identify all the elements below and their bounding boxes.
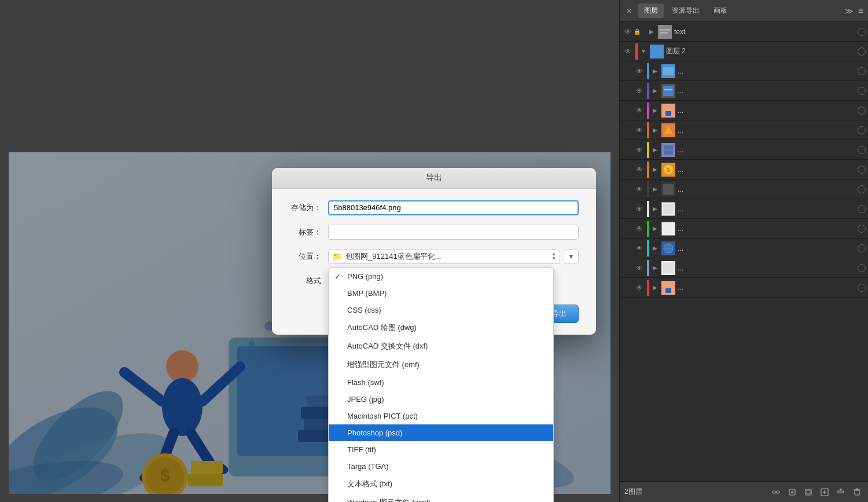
layer-item-sub7[interactable]: 👁 ▶ ... xyxy=(620,179,868,199)
format-item-jpg[interactable]: JPEG (jpg) xyxy=(329,391,553,408)
layer-item-sub3[interactable]: 👁 ▶ ... xyxy=(620,101,868,120)
artboard-footer-button[interactable] xyxy=(802,486,815,499)
format-item-dwg[interactable]: AutoCAD 绘图 (dwg) xyxy=(329,318,553,337)
expand-arrow[interactable]: ▶ xyxy=(648,28,656,36)
svg-rect-44 xyxy=(663,223,674,234)
layer-item-sub8[interactable]: 👁 ▶ ... xyxy=(620,199,868,219)
color-bar xyxy=(647,280,649,296)
layer-visibility-circle[interactable] xyxy=(858,205,866,213)
eye-icon[interactable]: 👁 xyxy=(634,85,645,97)
expand-arrow[interactable]: ▶ xyxy=(651,185,659,193)
expand-arrow[interactable]: ▶ xyxy=(651,87,659,95)
close-panel-button[interactable]: × xyxy=(624,6,634,16)
layer-item-sub9[interactable]: 👁 ▶ ... xyxy=(620,219,868,239)
layer-item-sub6[interactable]: 👁 ▶ $ ... xyxy=(620,160,868,179)
expand-arrow[interactable]: ▶ xyxy=(651,284,659,292)
export-dialog: 导出 存储为： 标签： 位置： 📁 包图网_912141蓝色扁平化... ▲ ▼… xyxy=(272,168,596,335)
layer-visibility-circle[interactable] xyxy=(858,146,866,154)
layer-item-layer2[interactable]: 👁 ▼ 图层 2 xyxy=(620,42,868,61)
expand-arrow[interactable]: ▶ xyxy=(651,146,659,154)
layer-visibility-circle[interactable] xyxy=(858,166,866,174)
location-selector[interactable]: 📁 包图网_912141蓝色扁平化... ▲ ▼ xyxy=(328,249,560,264)
layer-thumb xyxy=(661,261,675,275)
expand-arrow[interactable]: ▶ xyxy=(651,67,659,75)
add-group-button[interactable] xyxy=(818,486,831,499)
format-item-png[interactable]: PNG (png) xyxy=(329,268,553,285)
format-item-tga[interactable]: Targa (TGA) xyxy=(329,458,553,475)
layer-thumb xyxy=(650,45,664,58)
eye-icon[interactable]: 👁 xyxy=(622,46,634,57)
layer-item-sub5[interactable]: 👁 ▶ ... xyxy=(620,140,868,160)
layer-item-sub4[interactable]: 👁 ▶ ... xyxy=(620,120,868,140)
layer-item-sub10[interactable]: 👁 ▶ ... xyxy=(620,239,868,258)
color-bar xyxy=(647,162,649,178)
format-item-bmp[interactable]: BMP (BMP) xyxy=(329,285,553,302)
eye-icon[interactable]: 👁 xyxy=(634,262,645,274)
link-button[interactable] xyxy=(770,486,782,499)
expand-arrow[interactable]: ▶ xyxy=(651,166,659,174)
delete-layer-button[interactable] xyxy=(851,486,863,499)
expand-arrow[interactable]: ▶ xyxy=(651,264,659,272)
collapse-button[interactable]: ≫ xyxy=(845,6,854,16)
svg-rect-34 xyxy=(664,89,672,90)
layer-visibility-circle[interactable] xyxy=(858,225,866,233)
tab-artboard[interactable]: 画板 xyxy=(708,3,733,18)
export-footer-button[interactable] xyxy=(786,486,799,499)
expand-arrow[interactable]: ▶ xyxy=(651,107,659,115)
expand-arrow[interactable]: ▶ xyxy=(651,225,659,233)
panel-header: × 图层 资源导出 画板 ≫ ≡ xyxy=(620,0,868,22)
expand-arrow[interactable]: ▼ xyxy=(639,47,648,56)
format-item-css[interactable]: CSS (css) xyxy=(329,302,553,318)
layer-visibility-circle[interactable] xyxy=(858,107,866,115)
layer-visibility-circle[interactable] xyxy=(858,284,866,292)
eye-icon[interactable]: 👁 xyxy=(634,105,645,116)
eye-icon[interactable]: 👁 xyxy=(634,164,645,175)
panel-tabs: 图层 资源导出 画板 xyxy=(638,3,845,18)
eye-icon[interactable]: 👁 xyxy=(634,184,645,195)
eye-icon[interactable]: 👁 xyxy=(634,65,645,77)
layer-visibility-circle[interactable] xyxy=(858,126,866,134)
eye-icon[interactable]: 👁 xyxy=(634,223,645,234)
eye-icon[interactable]: 👁 xyxy=(622,26,634,38)
eye-icon[interactable]: 👁 xyxy=(634,144,645,156)
layer-item-sub11[interactable]: 👁 ▶ ... xyxy=(620,258,868,278)
eye-icon[interactable]: 👁 xyxy=(634,124,645,136)
panel-menu-button[interactable]: ≡ xyxy=(858,6,863,16)
tab-assets[interactable]: 资源导出 xyxy=(666,3,705,18)
add-layer-button[interactable] xyxy=(834,486,847,499)
layer-visibility-circle[interactable] xyxy=(858,47,866,56)
layer-item-sub1[interactable]: 👁 ▶ ... xyxy=(620,61,868,81)
layer-item-sub12[interactable]: 👁 ▶ ... xyxy=(620,278,868,298)
format-item-psd[interactable]: Photoshop (psd) xyxy=(329,424,553,441)
expand-arrow[interactable]: ▶ xyxy=(651,205,659,213)
layer-visibility-circle[interactable] xyxy=(858,244,866,252)
location-dropdown-btn[interactable]: ▼ xyxy=(564,249,579,264)
color-bar xyxy=(647,83,649,99)
layer-item-text[interactable]: 👁 🔒 ▶ text xyxy=(620,22,868,42)
format-item-wmf[interactable]: Windows 图元文件 (wmf) xyxy=(329,493,553,503)
format-item-txt[interactable]: 文本格式 (txt) xyxy=(329,475,553,493)
layer-visibility-circle[interactable] xyxy=(858,67,866,75)
layer-visibility-circle[interactable] xyxy=(858,28,866,36)
format-item-emf[interactable]: 增强型图元文件 (emf) xyxy=(329,356,553,374)
layer-visibility-circle[interactable] xyxy=(858,185,866,193)
format-item-pct[interactable]: Macintosh PICT (pct) xyxy=(329,408,553,424)
expand-arrow[interactable]: ▶ xyxy=(651,244,659,252)
format-item-tif[interactable]: TIFF (tif) xyxy=(329,441,553,458)
folder-icon: 📁 xyxy=(332,252,342,261)
layer-item-sub2[interactable]: 👁 ▶ ... xyxy=(620,81,868,101)
tag-row: 标签： xyxy=(289,225,579,240)
svg-rect-30 xyxy=(660,32,668,34)
eye-icon[interactable]: 👁 xyxy=(634,282,645,294)
location-row: 位置： 📁 包图网_912141蓝色扁平化... ▲ ▼ ▼ xyxy=(289,249,579,264)
tag-input[interactable] xyxy=(328,225,579,240)
format-item-dxf[interactable]: AutoCAD 交换文件 (dxf) xyxy=(329,337,553,356)
layer-visibility-circle[interactable] xyxy=(858,264,866,272)
tab-layers[interactable]: 图层 xyxy=(638,3,664,18)
format-item-swf[interactable]: Flash (swf) xyxy=(329,374,553,391)
filename-input[interactable] xyxy=(328,200,579,215)
expand-arrow[interactable]: ▶ xyxy=(651,126,659,134)
eye-icon[interactable]: 👁 xyxy=(634,203,645,215)
layer-visibility-circle[interactable] xyxy=(858,87,866,95)
eye-icon[interactable]: 👁 xyxy=(634,243,645,254)
